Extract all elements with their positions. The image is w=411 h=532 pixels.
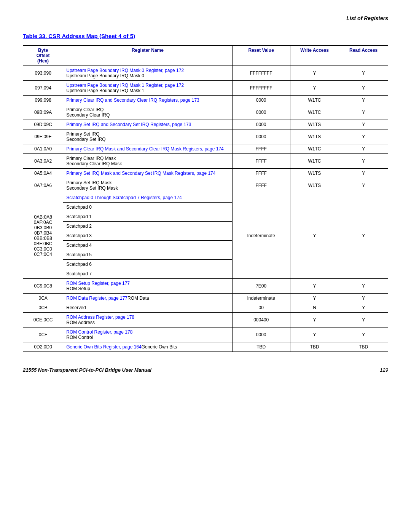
byte-cell: 0CF	[23, 328, 63, 342]
write-cell: W1TS	[290, 169, 339, 178]
write-cell: TBD	[290, 342, 339, 352]
table-row: 099:098Primary Clear IRQ and Secondary C…	[23, 96, 388, 105]
write-cell: Y	[290, 279, 339, 294]
byte-cell: 0A3:0A2	[23, 154, 63, 169]
register-name-cell: ROM Address Register, page 178ROM Addres…	[63, 313, 232, 328]
table-row: 0CE:0CCROM Address Register, page 178ROM…	[23, 313, 388, 328]
reset-cell: TBD	[232, 342, 290, 352]
read-cell: Y	[339, 294, 388, 303]
footer-left: 21555 Non-Transparent PCI-to-PCI Bridge …	[23, 367, 151, 373]
col-header-reset: Reset Value	[232, 46, 290, 66]
read-cell: Y	[339, 313, 388, 328]
reset-cell: Indeterminate	[232, 294, 290, 303]
read-cell: Y	[339, 193, 388, 279]
page-header: List of Registers	[23, 15, 388, 21]
write-cell: Y	[290, 313, 339, 328]
col-header-register: Register Name	[63, 46, 232, 66]
reset-cell: Indeterminate	[232, 193, 290, 279]
write-cell: N	[290, 303, 339, 313]
reset-cell: 00	[232, 303, 290, 313]
register-name-cell: Primary Clear IRQ MaskSecondary Clear IR…	[63, 154, 232, 169]
reset-cell: 0000	[232, 120, 290, 129]
table-row: 0AB:0A80AF:0AC0B3:0B00B7:0B40BB:0B80BF:0…	[23, 193, 388, 203]
reset-cell: FFFFFFFF	[232, 66, 290, 81]
table-row: 0CAROM Data Register, page 177ROM DataIn…	[23, 294, 388, 303]
read-cell: Y	[339, 279, 388, 294]
register-name-cell: ROM Control Register, page 178ROM Contro…	[63, 328, 232, 342]
register-name-cell: Primary Set IRQ Mask and Secondary Set I…	[63, 169, 232, 178]
reset-cell: FFFF	[232, 169, 290, 178]
byte-cell: 099:098	[23, 96, 63, 105]
register-name-cell: Upstream Page Boundary IRQ Mask 0 Regist…	[63, 66, 232, 81]
read-cell: Y	[339, 178, 388, 193]
byte-cell: 09D:09C	[23, 120, 63, 129]
byte-cell: 0D2:0D0	[23, 342, 63, 352]
table-row: 09F:09EPrimary Set IRQSecondary Set IRQ0…	[23, 129, 388, 144]
reset-cell: 0000	[232, 328, 290, 342]
table-row: 0CBReserved00NY	[23, 303, 388, 313]
col-header-read: Read Access	[339, 46, 388, 66]
register-name-link: Scratchpad 0 Through Scratchpad 7 Regist…	[63, 193, 232, 203]
write-cell: Y	[290, 81, 339, 96]
registers-table: ByteOffset(Hex) Register Name Reset Valu…	[23, 45, 388, 352]
read-cell: Y	[339, 154, 388, 169]
reset-cell: FFFFFFFF	[232, 81, 290, 96]
table-row: 093:090Upstream Page Boundary IRQ Mask 0…	[23, 66, 388, 81]
table-row: 0A1:0A0Primary Clear IRQ Mask and Second…	[23, 144, 388, 154]
byte-cell: 097:094	[23, 81, 63, 96]
table-title: Table 33. CSR Address Map (Sheet 4 of 5)	[23, 33, 388, 39]
byte-cell: 0CB	[23, 303, 63, 313]
byte-cell: 0A1:0A0	[23, 144, 63, 154]
register-name-sub: Scatchpad 0	[63, 203, 232, 212]
table-row: 0C9:0C8ROM Setup Register, page 177ROM S…	[23, 279, 388, 294]
register-name-sub: Scatchpad 1	[63, 212, 232, 222]
read-cell: Y	[339, 144, 388, 154]
read-cell: Y	[339, 129, 388, 144]
write-cell: Y	[290, 328, 339, 342]
col-header-byte: ByteOffset(Hex)	[23, 46, 63, 66]
table-row: 0A5:0A4Primary Set IRQ Mask and Secondar…	[23, 169, 388, 178]
write-cell: W1TC	[290, 154, 339, 169]
register-name-cell: ROM Data Register, page 177ROM Data	[63, 294, 232, 303]
write-cell: Y	[290, 294, 339, 303]
write-cell: W1TS	[290, 120, 339, 129]
byte-cell: 0A7:0A6	[23, 178, 63, 193]
byte-cell: 0C9:0C8	[23, 279, 63, 294]
table-row: 09B:09APrimary Clear IRQSecondary Clear …	[23, 105, 388, 120]
register-name-cell: Primary Set IRQ MaskSecondary Set IRQ Ma…	[63, 178, 232, 193]
byte-cell: 0A5:0A4	[23, 169, 63, 178]
register-name-cell: Generic Own Bits Register, page 164Gener…	[63, 342, 232, 352]
write-cell: Y	[290, 66, 339, 81]
reset-cell: FFFF	[232, 144, 290, 154]
byte-cell: 0CA	[23, 294, 63, 303]
register-name-cell: Primary Clear IRQSecondary Clear IRQ	[63, 105, 232, 120]
register-name-sub: Scatchpad 3	[63, 231, 232, 241]
write-cell: Y	[290, 193, 339, 279]
reset-cell: 000400	[232, 313, 290, 328]
table-row: 0A7:0A6Primary Set IRQ MaskSecondary Set…	[23, 178, 388, 193]
register-name-cell: Primary Clear IRQ Mask and Secondary Cle…	[63, 144, 232, 154]
table-row: 0A3:0A2Primary Clear IRQ MaskSecondary C…	[23, 154, 388, 169]
register-name-cell: Primary Clear IRQ and Secondary Clear IR…	[63, 96, 232, 105]
table-row: 09D:09CPrimary Set IRQ and Secondary Set…	[23, 120, 388, 129]
write-cell: W1TS	[290, 178, 339, 193]
read-cell: TBD	[339, 342, 388, 352]
register-name-cell: Primary Set IRQ and Secondary Set IRQ Re…	[63, 120, 232, 129]
table-row: 0D2:0D0Generic Own Bits Register, page 1…	[23, 342, 388, 352]
reset-cell: 7E00	[232, 279, 290, 294]
register-name-sub: Scatchpad 6	[63, 260, 232, 269]
register-name-sub: Scatchpad 2	[63, 222, 232, 231]
register-name-cell: Upstream Page Boundary IRQ Mask 1 Regist…	[63, 81, 232, 96]
write-cell: W1TC	[290, 144, 339, 154]
register-name-cell: Reserved	[63, 303, 232, 313]
read-cell: Y	[339, 81, 388, 96]
register-name-sub: Scatchpad 5	[63, 250, 232, 260]
byte-cell: 09B:09A	[23, 105, 63, 120]
byte-cell: 093:090	[23, 66, 63, 81]
register-name-sub: Scatchpad 7	[63, 269, 232, 279]
write-cell: W1TS	[290, 129, 339, 144]
reset-cell: FFFF	[232, 154, 290, 169]
page-footer: 21555 Non-Transparent PCI-to-PCI Bridge …	[23, 367, 388, 373]
reset-cell: FFFF	[232, 178, 290, 193]
register-name-sub: Scatchpad 4	[63, 241, 232, 250]
